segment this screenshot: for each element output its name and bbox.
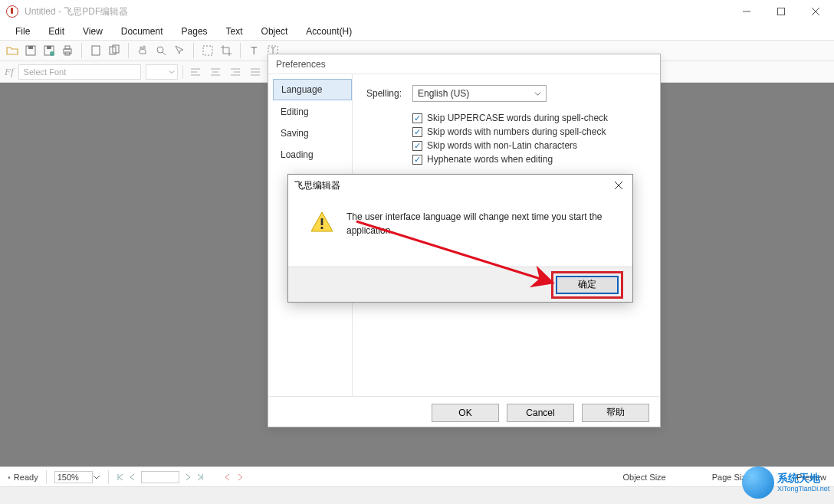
preferences-title: Preferences [268, 54, 660, 74]
last-page-icon[interactable] [196, 473, 204, 481]
warning-icon [310, 210, 334, 234]
font-icon: Ff [5, 66, 14, 78]
prev-page-icon[interactable] [129, 473, 136, 481]
font-select[interactable]: Select Font [18, 64, 141, 80]
align-justify-icon[interactable] [248, 64, 263, 80]
horizontal-scrollbar[interactable] [0, 486, 834, 504]
menu-pages[interactable]: Pages [174, 25, 215, 38]
page-icon[interactable] [88, 43, 103, 58]
page-nav [117, 471, 244, 483]
menu-document[interactable]: Document [113, 25, 171, 38]
ok-highlight: 确定 [551, 271, 623, 299]
spelling-label: Spelling: [366, 88, 412, 99]
nav-fwd-icon[interactable] [236, 473, 244, 481]
close-icon[interactable] [611, 178, 626, 193]
close-button[interactable] [798, 0, 832, 23]
chk-label: Skip words with numbers during spell-che… [427, 126, 606, 137]
bullet-icon: • [8, 473, 11, 482]
svg-rect-5 [28, 46, 33, 49]
window-controls [729, 0, 832, 23]
minimize-button[interactable] [729, 0, 763, 23]
menubar: File Edit View Document Pages Text Objec… [0, 23, 834, 40]
globe-icon [742, 466, 774, 499]
svg-rect-17 [203, 46, 212, 55]
svg-rect-10 [65, 46, 70, 49]
align-center-icon[interactable] [208, 64, 223, 80]
svg-rect-7 [47, 46, 51, 49]
checkbox-nonlatin[interactable]: ✓ [412, 141, 422, 151]
watermark-text: 系统天地 [777, 473, 829, 484]
align-left-icon[interactable] [188, 64, 203, 80]
svg-rect-12 [92, 46, 100, 55]
text-icon[interactable]: T [247, 43, 262, 58]
svg-line-16 [163, 52, 166, 55]
message-text: The user interface language will change … [346, 210, 611, 259]
help-button[interactable]: 帮助 [582, 404, 649, 422]
next-page-icon[interactable] [184, 473, 192, 481]
print-icon[interactable] [60, 43, 75, 58]
align-right-icon[interactable] [228, 64, 243, 80]
checkbox-numbers[interactable]: ✓ [412, 127, 422, 137]
app-icon [6, 5, 18, 18]
titlebar: Untitled - 飞思PDF编辑器 [0, 0, 834, 23]
page-input[interactable] [141, 471, 179, 483]
ok-button[interactable]: OK [432, 404, 499, 422]
message-box: 飞思编辑器 The user interface language will c… [287, 174, 633, 303]
watermark-logo: 系统天地 XiTongTianDi.net [742, 461, 834, 504]
menu-edit[interactable]: Edit [41, 25, 72, 38]
status-ready: Ready [14, 473, 38, 482]
pointer-icon[interactable] [172, 43, 187, 58]
message-box-footer: 确定 [288, 267, 632, 302]
tab-loading[interactable]: Loading [273, 145, 352, 165]
window-title: Untitled - 飞思PDF编辑器 [25, 5, 128, 18]
pages-icon[interactable] [107, 43, 122, 58]
svg-rect-1 [777, 8, 784, 15]
save-icon[interactable] [23, 43, 38, 58]
nav-back-icon[interactable] [224, 473, 231, 481]
hand-icon[interactable] [135, 43, 150, 58]
message-box-title: 飞思编辑器 [294, 179, 340, 192]
save-as-icon[interactable] [41, 43, 57, 58]
svg-rect-35 [321, 218, 323, 225]
chk-label: Hyphenate words when editing [427, 154, 553, 165]
menu-account[interactable]: Account(H) [298, 25, 360, 38]
statusbar: • Ready 150% Object Size Page Size Previ… [0, 466, 834, 486]
zoom-dropdown-icon[interactable] [93, 473, 100, 481]
message-box-titlebar: 飞思编辑器 [288, 175, 632, 196]
menu-text[interactable]: Text [218, 25, 251, 38]
spelling-select[interactable]: English (US) [412, 85, 547, 102]
object-size-label: Object Size [622, 473, 665, 482]
open-icon[interactable] [5, 43, 20, 58]
zoom-icon[interactable] [153, 43, 169, 58]
chk-label: Skip words with non-Latin characters [427, 140, 577, 151]
preferences-footer: OK Cancel 帮助 [268, 396, 660, 428]
chk-label: Skip UPPERCASE words during spell-check [427, 113, 608, 123]
checkbox-uppercase[interactable]: ✓ [412, 113, 422, 123]
maximize-button[interactable] [763, 0, 798, 23]
tab-language[interactable]: Language [273, 79, 352, 100]
watermark-url: XiTongTianDi.net [777, 485, 829, 493]
tab-editing[interactable]: Editing [273, 102, 352, 122]
zoom-input[interactable]: 150% [54, 471, 93, 483]
tab-saving[interactable]: Saving [273, 123, 352, 143]
first-page-icon[interactable] [117, 473, 124, 481]
svg-text:T: T [251, 44, 258, 57]
menu-view[interactable]: View [75, 25, 110, 38]
menu-object[interactable]: Object [254, 25, 296, 38]
menu-file[interactable]: File [8, 25, 38, 38]
svg-point-15 [157, 47, 163, 53]
crop-icon[interactable] [218, 43, 234, 58]
confirm-button[interactable]: 确定 [556, 276, 619, 294]
select-icon[interactable] [200, 43, 215, 58]
svg-rect-36 [321, 227, 323, 229]
checkbox-hyphenate[interactable]: ✓ [412, 155, 422, 165]
font-size-select[interactable] [146, 64, 178, 80]
svg-point-8 [50, 51, 54, 56]
cancel-button[interactable]: Cancel [507, 404, 574, 422]
